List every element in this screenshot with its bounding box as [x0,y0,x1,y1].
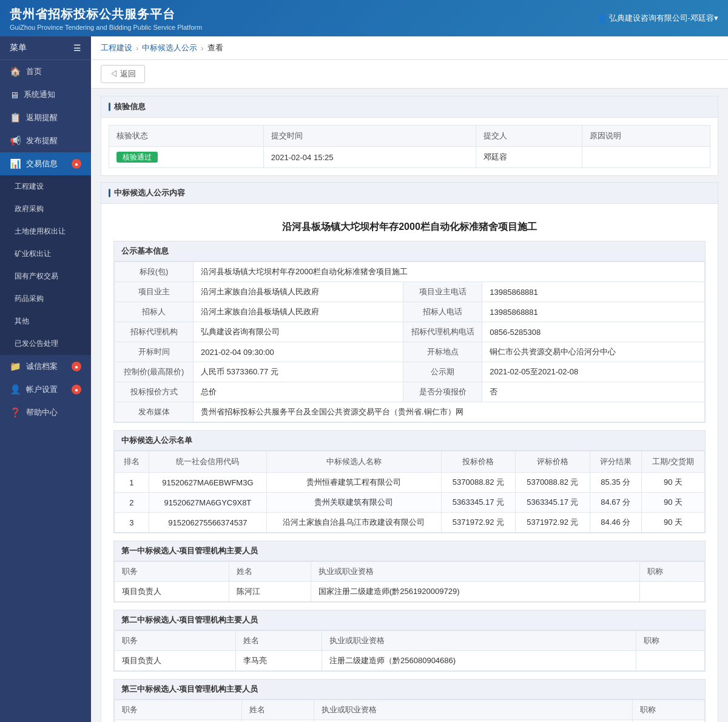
field-label-item-price: 是否分项报价 [403,382,482,402]
status-badge: 核验通过 [116,152,158,163]
field-label-pub-period: 公示期 [403,362,482,382]
sidebar-item-gov-purchase[interactable]: 政府采购 [0,198,91,220]
sidebar-item-integrity[interactable]: 📁 诚信档案 ● [0,355,91,378]
table-row: 项目负责人 李马亮 注册二级建造师（黔256080904686) [115,651,705,671]
gov-purchase-label: 政府采购 [15,204,44,214]
sidebar-item-land[interactable]: 土地使用权出让 [0,220,91,243]
sidebar-item-transaction[interactable]: 📊 交易信息 ● [0,152,91,175]
field-label-owner: 项目业主 [115,282,194,302]
table-header-row: 职务 姓名 执业或职业资格 职称 [115,700,705,720]
verify-col-submitter: 提交人 [476,126,582,147]
sidebar-item-state-asset[interactable]: 国有产权交易 [0,265,91,288]
cand-name-1: 贵州恒睿建筑工程有限公司 [267,473,442,493]
integrity-label: 诚信档案 [26,361,58,372]
back-button[interactable]: ◁ 返回 [101,65,145,83]
cand-col-bid-price: 投标价格 [441,451,515,473]
question-icon: ❓ [10,407,21,418]
table-row: 3 915206275566374537 沿河土家族自治县乌江市政建设有限公司 … [115,513,705,533]
breadcrumb-item-2[interactable]: 中标候选人公示 [142,42,197,53]
sidebar-item-publish[interactable]: 📢 发布提醒 [0,129,91,152]
mgr2-qual: 注册二级建造师（黔256080904686) [322,651,636,671]
user-name: 弘典建设咨询有限公司-邓廷容▾ [609,13,718,24]
mgr3-position: 项目负责人 [115,720,242,723]
published-label: 已发公告处理 [15,339,58,349]
table-row: 核验通过 2021-02-04 15:25 邓廷容 [109,147,710,168]
site-title-sub: GuiZhou Province Tendering and Bidding P… [10,24,202,31]
table-row: 标段(包) 沿河县板场镇大坨坝村年存2000栏自动化标准猪舍项目施工 [115,262,705,282]
sidebar-item-deadline[interactable]: 📋 返期提醒 [0,106,91,129]
breadcrumb-item-1[interactable]: 工程建设 [101,42,132,53]
mgr2-position: 项目负责人 [115,651,236,671]
cand-rank-2: 2 [115,493,149,513]
person-icon: 👤 [10,384,21,395]
sidebar-item-label: 发布提醒 [26,135,58,146]
field-value-pub-period: 2021-02-05至2021-02-08 [482,362,705,382]
sidebar-item-engineering[interactable]: 工程建设 [0,175,91,198]
verify-submitter-cell: 邓廷容 [476,147,582,168]
user-menu[interactable]: 👤 弘典建设咨询有限公司-邓廷容▾ [597,13,718,24]
cand-name-3: 沿河土家族自治县乌江市政建设有限公司 [267,513,442,533]
sidebar-item-medicine[interactable]: 药品采购 [0,288,91,310]
mgr2-title [636,651,704,671]
basic-info-title: 公示基本信息 [114,241,705,261]
basic-info-table: 标段(包) 沿河县板场镇大坨坝村年存2000栏自动化标准猪舍项目施工 项目业主 … [114,261,705,422]
cand-rank-3: 3 [115,513,149,533]
cand-code-1: 91520627MA6EBWFM3G [149,473,267,493]
field-value-open-time: 2021-02-04 09:30:00 [194,342,403,362]
field-value-item-price: 否 [482,382,705,402]
verify-status-cell: 核验通过 [109,147,264,168]
manager1-section: 第一中标候选人-项目管理机构主要人员 职务 姓名 执业或职业资格 职称 [113,541,706,602]
basic-info-section: 公示基本信息 标段(包) 沿河县板场镇大坨坝村年存2000栏自动化标准猪舍项目施… [113,241,706,423]
menu-label: 菜单 [10,42,27,53]
sidebar-item-other[interactable]: 其他 [0,310,91,332]
verify-table: 核验状态 提交时间 提交人 原因说明 核验通过 2021 [109,125,710,168]
mgr3-qual: 注册二级建造师(黔256141627199) [314,720,632,723]
cand-period-3: 90 天 [642,513,705,533]
file-icon: 📁 [10,361,21,372]
content: 核验信息 核验状态 提交时间 提交人 原因说明 [91,89,728,722]
table-row: 发布媒体 贵州省招标投标公共服务平台及全国公共资源交易平台（贵州省.铜仁市）网 [115,402,705,422]
cand-score-3: 84.46 分 [590,513,641,533]
table-row: 1 91520627MA6EBWFM3G 贵州恒睿建筑工程有限公司 537008… [115,473,705,493]
manager1-table: 职务 姓名 执业或职业资格 职称 项目负责人 陈河江 国 [114,561,705,602]
cand-name-2: 贵州关联建筑有限公司 [267,493,442,513]
sidebar-menu-header: 菜单 ☰ [0,36,91,60]
cand-bid-price-1: 5370088.82 元 [441,473,515,493]
sidebar-item-mineral[interactable]: 矿业权出让 [0,243,91,265]
manager1-title: 第一中标候选人-项目管理机构主要人员 [114,541,705,561]
mgr1-col-position: 职务 [115,562,229,582]
cand-col-code: 统一社会信用代码 [149,451,267,473]
bell-icon: 📢 [10,135,21,146]
mgr2-name: 李马亮 [235,651,322,671]
mgr1-col-title: 职称 [639,562,704,582]
sidebar-item-label: 返期提醒 [26,112,58,123]
sidebar-item-home[interactable]: 🏠 首页 [0,60,91,83]
mgr1-qual: 国家注册二级建造师(黔2561920009729) [311,582,639,602]
cand-eval-price-3: 5371972.92 元 [516,513,590,533]
cand-code-2: 91520627MA6GYC9X8T [149,493,267,513]
monitor-icon: 🖥 [10,90,19,100]
user-icon: 👤 [597,14,607,23]
sidebar-item-help[interactable]: ❓ 帮助中心 [0,401,91,424]
mgr3-col-qual: 执业或职业资格 [314,700,632,720]
verify-col-status: 核验状态 [109,126,264,147]
manager2-table: 职务 姓名 执业或职业资格 职称 项目负责人 李马亮 注 [114,630,705,671]
field-value-media: 贵州省招标投标公共服务平台及全国公共资源交易平台（贵州省.铜仁市）网 [194,402,705,422]
field-value-owner: 沿河土家族自治县板场镇人民政府 [194,282,403,302]
breadcrumb-sep-1: › [136,44,138,53]
candidates-title: 中标候选人公示名单 [114,431,705,451]
verify-reason-cell [582,147,710,168]
table-row: 招标代理机构 弘典建设咨询有限公司 招标代理机构电话 0856-5285308 [115,322,705,342]
cand-score-1: 85.35 分 [590,473,641,493]
hamburger-icon[interactable]: ☰ [73,43,81,53]
field-label-agency-tel: 招标代理机构电话 [403,322,482,342]
cand-eval-price-1: 5370088.82 元 [516,473,590,493]
table-row: 项目业主 沿河土家族自治县板场镇人民政府 项目业主电话 13985868881 [115,282,705,302]
cand-score-2: 84.67 分 [590,493,641,513]
sidebar-item-notice[interactable]: 🖥 系统通知 [0,83,91,106]
manager3-section: 第三中标候选人-项目管理机构主要人员 职务 姓名 执业或职业资格 职称 [113,679,706,722]
sidebar-item-published[interactable]: 已发公告处理 [0,332,91,355]
sidebar-item-account[interactable]: 👤 帐户设置 ● [0,378,91,401]
verify-section-title: 核验信息 [101,96,718,118]
cand-period-1: 90 天 [642,473,705,493]
